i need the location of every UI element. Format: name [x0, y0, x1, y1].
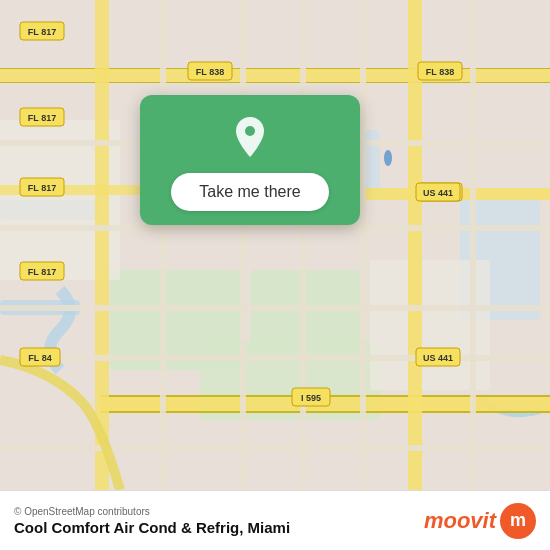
- svg-rect-24: [0, 445, 550, 451]
- moovit-logo-text: moovit: [424, 508, 496, 534]
- svg-text:FL 817: FL 817: [28, 183, 56, 193]
- svg-text:US 441: US 441: [423, 188, 453, 198]
- svg-text:US 441: US 441: [423, 353, 453, 363]
- svg-rect-12: [0, 82, 550, 83]
- bottom-bar: © OpenStreetMap contributors Cool Comfor…: [0, 490, 550, 550]
- svg-rect-26: [240, 0, 246, 490]
- svg-rect-21: [0, 225, 550, 231]
- take-me-there-button[interactable]: Take me there: [171, 173, 328, 211]
- svg-text:FL 817: FL 817: [28, 113, 56, 123]
- svg-text:FL 838: FL 838: [196, 67, 224, 77]
- location-title: Cool Comfort Air Cond & Refrig, Miami: [14, 519, 290, 536]
- svg-text:FL 84: FL 84: [28, 353, 51, 363]
- moovit-logo: moovit m: [424, 503, 536, 539]
- svg-rect-27: [300, 0, 306, 490]
- svg-rect-11: [0, 68, 550, 69]
- svg-point-53: [245, 126, 255, 136]
- moovit-logo-icon: m: [500, 503, 536, 539]
- map-svg: FL 817 FL 817 FL 817 FL 817 FL 84 FL 838…: [0, 0, 550, 490]
- map-container: FL 817 FL 817 FL 817 FL 817 FL 84 FL 838…: [0, 0, 550, 490]
- svg-rect-22: [0, 305, 550, 311]
- svg-rect-17: [100, 411, 550, 413]
- popup-card: Take me there: [140, 95, 360, 225]
- svg-rect-29: [470, 0, 476, 490]
- svg-text:FL 817: FL 817: [28, 27, 56, 37]
- svg-rect-23: [0, 355, 550, 361]
- location-pin-icon: [226, 113, 274, 161]
- svg-text:FL 817: FL 817: [28, 267, 56, 277]
- svg-text:FL 838: FL 838: [426, 67, 454, 77]
- svg-point-52: [384, 150, 392, 166]
- svg-text:I 595: I 595: [301, 393, 321, 403]
- svg-rect-10: [0, 68, 550, 82]
- osm-attribution: © OpenStreetMap contributors: [14, 506, 290, 517]
- svg-rect-25: [160, 0, 166, 490]
- svg-rect-28: [360, 0, 366, 490]
- location-info: © OpenStreetMap contributors Cool Comfor…: [14, 506, 290, 536]
